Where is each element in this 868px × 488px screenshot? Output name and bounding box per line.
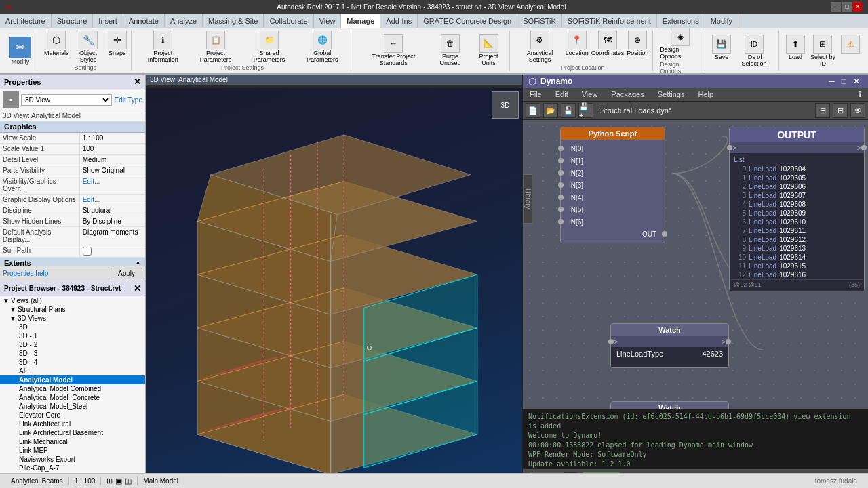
layout-btn[interactable]: ⊟ xyxy=(833,103,848,118)
save-file-btn[interactable]: 💾 xyxy=(561,103,576,118)
dynamo-minimize-btn[interactable]: ─ xyxy=(826,77,837,86)
menu-view[interactable]: View xyxy=(575,88,605,101)
tree-item[interactable]: Link Architectural xyxy=(0,420,145,428)
modify-btn[interactable]: ✏ Modify xyxy=(8,35,33,66)
tab-sofistik[interactable]: SOFiSTiK xyxy=(517,14,562,28)
tab-sofistik-reinf[interactable]: SOFiSTiK Reinforcement xyxy=(562,14,657,28)
save-btn[interactable]: 💾 Save xyxy=(712,35,731,67)
watch-node-2[interactable]: Watch > > LineLoadType 42623 xyxy=(610,323,729,368)
coordinates-btn[interactable]: 🗺 Coordinates xyxy=(591,30,625,63)
tree-item[interactable]: 3D - 4 xyxy=(0,358,145,367)
tree-item[interactable]: Analytical Model Combined xyxy=(0,384,145,393)
python-port-in1[interactable]: IN[1] xyxy=(561,155,665,167)
tab-massing[interactable]: Massing & Site xyxy=(203,14,264,28)
ids-of-selection-btn[interactable]: ID IDs of Selection xyxy=(734,35,774,67)
menu-edit[interactable]: Edit xyxy=(549,88,575,101)
global-params-btn[interactable]: 🌐 Global Parameters xyxy=(298,30,347,63)
dynamo-maximize-btn[interactable]: □ xyxy=(839,77,849,86)
menu-help[interactable]: Help xyxy=(691,88,720,101)
python-port-in0[interactable]: IN[0] xyxy=(561,142,665,155)
dynamo-close-btn[interactable]: ✕ xyxy=(850,77,863,86)
close-btn[interactable]: ✕ xyxy=(853,2,863,12)
tree-item[interactable]: Analytical Model_Concrete xyxy=(0,393,145,402)
tree-item[interactable]: Pile-Cap_A-7 xyxy=(0,464,145,472)
python-script-node[interactable]: Python Script IN[0] IN[1] IN[2] xyxy=(560,127,665,243)
tree-item[interactable]: Link MEP xyxy=(0,446,145,455)
shared-params-btn[interactable]: 📁 Shared Parameters xyxy=(243,30,295,63)
tree-item[interactable]: ▼Structural Plans xyxy=(0,305,145,314)
transfer-btn[interactable]: ↔ Transfer Project Standards xyxy=(358,34,429,66)
design-options-btn[interactable]: ◈ Design Options xyxy=(660,28,701,60)
tree-item[interactable]: ▼Views (all) xyxy=(0,296,145,305)
output-left-arrow[interactable]: > xyxy=(732,144,736,152)
dynamo-info-btn[interactable]: ℹ xyxy=(852,88,868,101)
tab-architecture[interactable]: Architecture xyxy=(0,14,52,28)
warning-btn[interactable]: ⚠ xyxy=(841,35,860,67)
tree-item[interactable]: 3D - 2 xyxy=(0,340,145,349)
properties-help-link[interactable]: Properties help xyxy=(3,270,48,277)
tree-item[interactable]: 3D - 3 xyxy=(0,349,145,358)
preview-btn[interactable]: 👁 xyxy=(850,103,865,118)
tree-item[interactable]: Link Architectural Basement xyxy=(0,428,145,437)
tree-item[interactable]: ▼3D Views xyxy=(0,314,145,323)
nav-cube[interactable]: 3D xyxy=(492,92,519,119)
gdo-edit-link[interactable]: Edit... xyxy=(80,195,145,205)
select-by-id-btn[interactable]: ⊞ Select by ID xyxy=(808,35,838,67)
zoom-fit-btn[interactable]: ⊞ xyxy=(815,103,830,118)
materials-btn[interactable]: ⬡ Materials xyxy=(44,30,69,63)
python-port-in2[interactable]: IN[2] xyxy=(561,167,665,179)
python-port-in3[interactable]: IN[3] xyxy=(561,179,665,191)
apply-button[interactable]: Apply xyxy=(111,268,142,279)
tree-item[interactable]: Link Mechanical xyxy=(0,437,145,446)
watch-node-3[interactable]: Watch > > xyxy=(610,401,729,409)
tab-gratec[interactable]: GRATEC Concrete Design xyxy=(418,14,517,28)
tab-addins[interactable]: Add-Ins xyxy=(380,14,418,28)
project-info-btn[interactable]: ℹ Project Information xyxy=(138,30,188,63)
python-port-out[interactable]: OUT xyxy=(561,228,665,240)
purge-btn[interactable]: 🗑 Purge Unused xyxy=(431,34,469,66)
python-port-in5[interactable]: IN[5] xyxy=(561,203,665,216)
left-collapse-bar[interactable]: Library xyxy=(523,174,532,224)
view-type-dropdown[interactable]: 3D View xyxy=(21,94,112,106)
tree-item-analytical-model[interactable]: Analytical Model xyxy=(0,375,145,384)
location-btn[interactable]: 📍 Location xyxy=(566,30,589,63)
minimize-btn[interactable]: ─ xyxy=(831,2,841,12)
project-browser-close-btn[interactable]: ✕ xyxy=(134,283,141,293)
edit-type-link[interactable]: Edit Type xyxy=(114,96,142,104)
python-port-in6[interactable]: IN[6] xyxy=(561,216,665,228)
watch2-left-arrow[interactable]: > xyxy=(614,338,618,346)
tree-item[interactable]: Analytical Model_Steel xyxy=(0,402,145,411)
analytical-settings-btn[interactable]: ⚙ Analytical Settings xyxy=(517,30,562,63)
project-params-btn[interactable]: 📋 Project Parameters xyxy=(191,30,241,63)
tab-manage[interactable]: Manage xyxy=(341,14,380,28)
project-units-btn[interactable]: 📐 Project Units xyxy=(472,34,505,66)
tree-item[interactable]: Elevator Core xyxy=(0,411,145,420)
dynamo-canvas[interactable]: Library Python Script IN[0] IN[1] xyxy=(523,120,868,409)
maximize-btn[interactable]: □ xyxy=(842,2,852,12)
watch-node-output[interactable]: OUTPUT > > List 0 LineLoad 1029604 xyxy=(729,127,865,291)
tree-item[interactable]: 3D xyxy=(0,323,145,331)
tab-collaborate[interactable]: Collaborate xyxy=(264,14,313,28)
menu-file[interactable]: File xyxy=(523,88,549,101)
tab-view[interactable]: View xyxy=(314,14,342,28)
tab-extensions[interactable]: Extensions xyxy=(657,14,705,28)
tree-item[interactable]: ALL xyxy=(0,367,145,375)
load-btn[interactable]: ⬆ Load xyxy=(786,35,805,67)
tab-modify[interactable]: Modify xyxy=(705,14,738,28)
new-file-btn[interactable]: 📄 xyxy=(526,103,540,118)
save-as-btn[interactable]: 💾+ xyxy=(578,103,593,118)
tab-annotate[interactable]: Annotate xyxy=(123,14,165,28)
snaps-btn[interactable]: ✛ Snaps xyxy=(108,30,127,63)
object-styles-btn[interactable]: 🔧 Object Styles xyxy=(72,30,105,63)
open-file-btn[interactable]: 📂 xyxy=(543,103,558,118)
sun-path-check[interactable] xyxy=(83,247,92,256)
model-canvas[interactable]: 3D xyxy=(146,88,522,474)
vg-edit-link[interactable]: Edit... xyxy=(80,176,145,194)
tab-structure[interactable]: Structure xyxy=(52,14,94,28)
tree-item[interactable]: 3D - 1 xyxy=(0,331,145,340)
tab-insert[interactable]: Insert xyxy=(93,14,123,28)
tab-analyze[interactable]: Analyze xyxy=(165,14,203,28)
position-btn[interactable]: ⊕ Position xyxy=(627,30,648,63)
menu-packages[interactable]: Packages xyxy=(604,88,650,101)
python-port-in4[interactable]: IN[4] xyxy=(561,191,665,203)
